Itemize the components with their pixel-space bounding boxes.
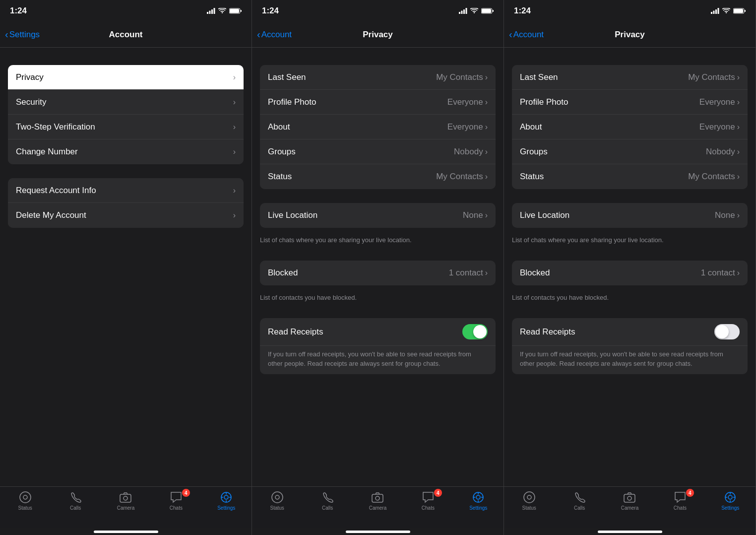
- settings-tab-icon-1: [220, 491, 233, 504]
- live-location-chevron-2: ›: [485, 211, 488, 220]
- svg-point-46: [728, 495, 732, 499]
- blocked-right-2: 1 contact ›: [449, 268, 488, 278]
- nav-title-1: Account: [109, 30, 143, 40]
- status-label-2: Status: [268, 172, 292, 182]
- account-content: Privacy › Security › Two-Step Verificati…: [0, 48, 252, 486]
- blocked-chevron-3: ›: [737, 268, 740, 277]
- tab-status-2[interactable]: Status: [257, 491, 297, 511]
- tab-calls-3[interactable]: Calls: [560, 491, 599, 511]
- about-right-2: Everyone ›: [447, 122, 488, 132]
- blocked-item-3[interactable]: Blocked 1 contact ›: [512, 261, 748, 285]
- blocked-label-2: Blocked: [268, 268, 298, 278]
- tab-bar-2: Status Calls Camera 4 Chats: [252, 486, 504, 528]
- live-location-label-2: Live Location: [268, 210, 317, 220]
- read-receipts-desc-2: If you turn off read receipts, you won't…: [260, 346, 496, 374]
- status-item-3[interactable]: Status My Contacts ›: [512, 164, 748, 189]
- last-seen-item-2[interactable]: Last Seen My Contacts ›: [260, 65, 496, 90]
- tab-calls-2[interactable]: Calls: [308, 491, 347, 511]
- tab-settings-2[interactable]: Settings: [458, 491, 498, 511]
- tab-settings-label-3: Settings: [721, 505, 739, 511]
- back-chevron-1: ‹: [5, 29, 8, 40]
- tab-chats-3[interactable]: 4 Chats: [660, 491, 700, 511]
- tab-chats-1[interactable]: 4 Chats: [156, 491, 196, 511]
- profile-photo-item-3[interactable]: Profile Photo Everyone ›: [512, 90, 748, 115]
- live-location-group-2: Live Location None ›: [260, 203, 496, 228]
- request-info-item[interactable]: Request Account Info ›: [8, 178, 244, 203]
- profile-photo-right-2: Everyone ›: [447, 97, 488, 107]
- change-number-right: ›: [233, 147, 236, 156]
- spacer-top-3: [504, 48, 756, 65]
- signal-icon-3: [711, 8, 719, 14]
- tab-status-3[interactable]: Status: [509, 491, 549, 511]
- blocked-group-2: Blocked 1 contact ›: [260, 261, 496, 285]
- last-seen-item-3[interactable]: Last Seen My Contacts ›: [512, 65, 748, 90]
- security-label: Security: [16, 97, 46, 107]
- profile-photo-item-2[interactable]: Profile Photo Everyone ›: [260, 90, 496, 115]
- status-value-2: My Contacts: [436, 172, 483, 182]
- live-location-value-3: None: [715, 210, 735, 220]
- about-label-3: About: [520, 122, 542, 132]
- live-location-chevron-3: ›: [737, 211, 740, 220]
- last-seen-value-2: My Contacts: [436, 72, 483, 82]
- status-icons-3: [711, 8, 746, 14]
- svg-rect-18: [461, 11, 463, 14]
- chats-tab-icon-1: [170, 491, 183, 504]
- read-receipts-toggle-3[interactable]: [714, 324, 740, 339]
- groups-value-2: Nobody: [454, 147, 483, 157]
- svg-rect-9: [120, 494, 131, 502]
- live-location-item-2[interactable]: Live Location None ›: [260, 203, 496, 228]
- about-item-2[interactable]: About Everyone ›: [260, 115, 496, 139]
- svg-point-42: [527, 495, 531, 499]
- svg-rect-35: [713, 11, 715, 14]
- about-item-3[interactable]: About Everyone ›: [512, 115, 748, 139]
- privacy-content-3: Last Seen My Contacts › Profile Photo Ev…: [504, 48, 756, 486]
- blocked-item-2[interactable]: Blocked 1 contact ›: [260, 261, 496, 285]
- status-item-2[interactable]: Status My Contacts ›: [260, 164, 496, 189]
- blocked-value-3: 1 contact: [701, 268, 735, 278]
- profile-photo-right-3: Everyone ›: [699, 97, 740, 107]
- privacy-item[interactable]: Privacy ›: [8, 65, 244, 90]
- back-button-2[interactable]: ‹ Account: [257, 29, 292, 40]
- tab-settings-label-1: Settings: [217, 505, 235, 511]
- back-button-3[interactable]: ‹ Account: [509, 29, 544, 40]
- groups-item-2[interactable]: Groups Nobody ›: [260, 139, 496, 164]
- privacy-group-1: Last Seen My Contacts › Profile Photo Ev…: [260, 65, 496, 189]
- groups-item-3[interactable]: Groups Nobody ›: [512, 139, 748, 164]
- calls-tab-icon-1: [69, 491, 82, 504]
- tab-settings-label-2: Settings: [469, 505, 487, 511]
- tab-settings-3[interactable]: Settings: [710, 491, 750, 511]
- security-item[interactable]: Security ›: [8, 90, 244, 115]
- tab-calls-1[interactable]: Calls: [56, 491, 95, 511]
- groups-label-3: Groups: [520, 147, 548, 157]
- blocked-value-2: 1 contact: [449, 268, 483, 278]
- profile-photo-label-2: Profile Photo: [268, 97, 316, 107]
- tab-camera-label-2: Camera: [369, 505, 387, 511]
- tab-chats-2[interactable]: 4 Chats: [408, 491, 448, 511]
- live-location-desc-3: List of chats where you are sharing your…: [504, 232, 756, 251]
- change-number-label: Change Number: [16, 147, 78, 157]
- panel-privacy-off: 1:24 ‹ Account: [504, 0, 756, 535]
- tab-camera-2[interactable]: Camera: [358, 491, 397, 511]
- status-bar-2: 1:24: [252, 0, 504, 22]
- live-location-item-3[interactable]: Live Location None ›: [512, 203, 748, 228]
- status-bar-1: 1:24: [0, 0, 252, 22]
- calls-tab-icon-3: [573, 491, 586, 504]
- change-number-item[interactable]: Change Number ›: [8, 139, 244, 164]
- delete-account-item[interactable]: Delete My Account ›: [8, 203, 244, 228]
- svg-rect-2: [211, 9, 213, 14]
- tab-camera-3[interactable]: Camera: [610, 491, 649, 511]
- spacer-top-1: [0, 48, 252, 65]
- status-chevron-2: ›: [485, 172, 488, 181]
- back-button-1[interactable]: ‹ Settings: [5, 29, 40, 40]
- camera-tab-icon-3: [623, 491, 636, 504]
- tab-settings-1[interactable]: Settings: [206, 491, 246, 511]
- groups-chevron-3: ›: [737, 147, 740, 156]
- tab-camera-1[interactable]: Camera: [106, 491, 145, 511]
- change-number-chevron: ›: [233, 147, 236, 156]
- tab-status-1[interactable]: Status: [5, 491, 45, 511]
- read-receipts-row-3: Read Receipts: [512, 318, 748, 346]
- two-step-item[interactable]: Two-Step Verification ›: [8, 115, 244, 139]
- groups-value-3: Nobody: [706, 147, 735, 157]
- request-info-right: ›: [233, 186, 236, 195]
- read-receipts-toggle-2[interactable]: [462, 324, 488, 339]
